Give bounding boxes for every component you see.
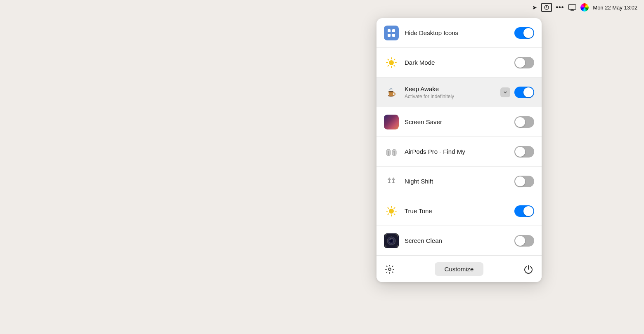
keep-awake-chevron[interactable] (500, 87, 510, 97)
hide-desktop-icons-icon (384, 26, 399, 40)
svg-rect-31 (393, 180, 394, 182)
menubar: ➤ ••• Mon 22 May 13:02 (0, 0, 644, 15)
svg-point-55 (388, 268, 391, 270)
svg-line-16 (394, 65, 395, 66)
menu-item-hide-desktop-icons[interactable]: Hide Desktop Icons (376, 18, 542, 48)
hide-desktop-icons-title: Hide Desktop Icons (405, 29, 514, 37)
svg-rect-7 (392, 29, 395, 32)
night-shift-toggle[interactable] (514, 176, 534, 187)
true-tone-icon (384, 204, 399, 219)
colorwheel-icon[interactable] (580, 3, 589, 12)
svg-line-15 (388, 59, 389, 60)
svg-marker-30 (392, 177, 395, 180)
oneswitch-icon[interactable] (541, 3, 552, 12)
popup-panel: Hide Desktop Icons Dark Mode (376, 18, 542, 282)
datetime: Mon 22 May 13:02 (593, 5, 637, 11)
menu-item-true-tone[interactable]: True Tone (376, 196, 542, 226)
night-shift-text: Night Shift (405, 177, 514, 186)
svg-line-38 (388, 207, 389, 208)
keep-awake-text: Keep Awake Activate for indefinitely (405, 85, 500, 100)
svg-rect-54 (397, 245, 398, 247)
svg-rect-52 (385, 245, 386, 247)
menu-item-screen-saver[interactable]: Screen Saver (376, 107, 542, 137)
menu-item-dark-mode[interactable]: Dark Mode (376, 48, 542, 78)
dark-mode-text: Dark Mode (405, 59, 514, 67)
night-shift-title: Night Shift (405, 177, 514, 186)
airpods-icon (384, 144, 399, 159)
svg-rect-28 (389, 180, 390, 182)
svg-point-29 (388, 182, 391, 183)
svg-point-10 (389, 60, 394, 65)
hide-desktop-icons-toggle[interactable] (514, 27, 534, 39)
keep-awake-subtitle: Activate for indefinitely (405, 94, 500, 99)
menu-item-airpods[interactable]: AirPods Pro - Find My (376, 137, 542, 167)
screen-clean-icon (384, 233, 399, 248)
dark-mode-icon (384, 55, 399, 70)
display-icon[interactable] (568, 4, 576, 11)
svg-marker-27 (388, 177, 391, 180)
svg-line-18 (388, 65, 389, 66)
customize-button[interactable]: Customize (435, 262, 484, 276)
svg-line-40 (394, 207, 395, 208)
hide-desktop-icons-text: Hide Desktop Icons (405, 29, 514, 37)
settings-gear-icon[interactable] (384, 263, 395, 275)
keep-awake-icon (384, 85, 399, 100)
dark-mode-toggle[interactable] (514, 57, 534, 68)
true-tone-text: True Tone (405, 207, 514, 215)
screen-clean-title: Screen Clean (405, 237, 514, 245)
keep-awake-toggle[interactable] (514, 87, 534, 98)
svg-line-39 (394, 214, 395, 214)
airpods-toggle[interactable] (514, 146, 534, 158)
svg-point-33 (389, 209, 394, 214)
svg-point-32 (392, 182, 395, 183)
svg-rect-6 (388, 29, 391, 32)
screen-saver-icon (384, 115, 399, 129)
svg-rect-48 (385, 234, 386, 237)
screen-clean-toggle[interactable] (514, 235, 534, 247)
screen-saver-toggle[interactable] (514, 116, 534, 128)
menu-item-keep-awake[interactable]: Keep Awake Activate for indefinitely (376, 78, 542, 107)
screen-saver-text: Screen Saver (405, 118, 514, 126)
airpods-text: AirPods Pro - Find My (405, 148, 514, 156)
location-icon[interactable]: ➤ (532, 4, 537, 11)
menu-item-screen-clean[interactable]: Screen Clean (376, 226, 542, 256)
svg-line-17 (394, 59, 395, 60)
true-tone-title: True Tone (405, 207, 514, 215)
bottom-toolbar: Customize (376, 256, 542, 282)
power-icon[interactable] (523, 263, 534, 275)
true-tone-toggle[interactable] (514, 205, 534, 217)
svg-rect-9 (392, 34, 395, 37)
svg-rect-8 (388, 34, 391, 37)
svg-point-20 (388, 91, 393, 92)
svg-point-45 (390, 240, 393, 242)
night-shift-icon (384, 174, 399, 189)
screen-saver-title: Screen Saver (405, 118, 514, 126)
dots-icon[interactable]: ••• (556, 4, 564, 11)
airpods-title: AirPods Pro - Find My (405, 148, 514, 156)
svg-rect-2 (568, 5, 576, 9)
keep-awake-title: Keep Awake (405, 85, 500, 93)
dark-mode-title: Dark Mode (405, 59, 514, 67)
screen-clean-text: Screen Clean (405, 237, 514, 245)
svg-point-46 (390, 239, 391, 240)
menu-item-night-shift[interactable]: Night Shift (376, 167, 542, 196)
svg-line-41 (388, 214, 389, 214)
svg-rect-50 (397, 234, 398, 237)
